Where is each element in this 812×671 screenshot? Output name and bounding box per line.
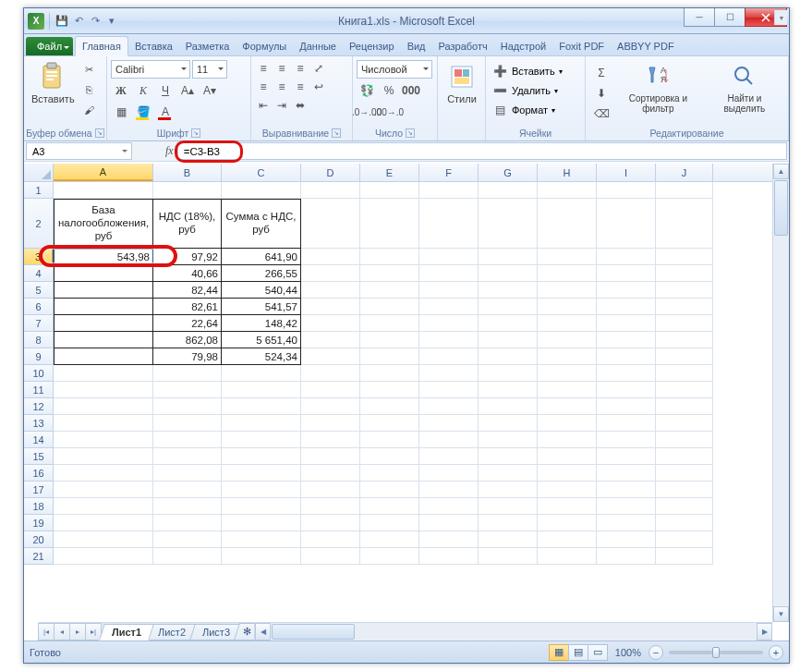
tab-data[interactable]: Данные [293,37,343,55]
view-normal-icon[interactable]: ▦ [549,644,569,661]
cell-A9[interactable] [54,348,153,365]
cell-H6[interactable] [538,299,597,315]
row-header-2[interactable]: 2 [24,199,54,249]
cell-G12[interactable] [479,398,538,415]
cell-C6[interactable]: 541,57 [222,299,301,315]
cell-F10[interactable] [419,365,479,382]
row-header-5[interactable]: 5 [24,282,54,299]
cell-H15[interactable] [538,448,597,465]
vscroll-thumb[interactable] [774,180,788,236]
cell-F17[interactable] [419,482,479,498]
cell-J2[interactable] [656,199,713,249]
cell-G14[interactable] [479,432,538,448]
zoom-in-button[interactable]: + [769,645,783,660]
tab-insert[interactable]: Вставка [128,37,179,55]
cell-D18[interactable] [301,498,360,515]
cell-E21[interactable] [360,548,419,565]
excel-icon[interactable]: X [28,13,44,30]
cell-A15[interactable] [54,448,153,465]
fill-icon[interactable]: ⬇ [591,84,612,103]
cell-A8[interactable] [54,332,153,348]
cell-H20[interactable] [538,531,597,548]
indent-dec-icon[interactable]: ⇤ [255,97,272,114]
cell-B9[interactable]: 79,98 [153,348,222,365]
zoom-slider[interactable] [669,651,763,654]
cell-I14[interactable] [597,432,656,448]
cell-D8[interactable] [301,332,360,348]
cut-icon[interactable]: ✂ [80,60,99,79]
hscroll-thumb[interactable] [272,624,355,640]
row-header-4[interactable]: 4 [24,265,54,282]
dec-decimal-icon[interactable]: .00→.0 [379,103,399,121]
cell-H3[interactable] [538,249,597,265]
cell-J11[interactable] [656,382,713,398]
cell-J4[interactable] [656,265,713,282]
zoom-level[interactable]: 100% [615,647,641,658]
fill-color-icon[interactable]: 🪣 [133,103,153,121]
cell-I8[interactable] [597,332,656,348]
cells-format-button[interactable]: ▤Формат▾ [490,101,555,119]
select-all-triangle[interactable] [24,164,54,182]
cell-C20[interactable] [222,531,301,548]
row-header-10[interactable]: 10 [24,365,54,382]
cell-F1[interactable] [419,182,479,199]
font-launcher[interactable]: ↘ [191,128,200,138]
cell-H14[interactable] [538,432,597,448]
cell-E11[interactable] [360,382,419,398]
row-header-9[interactable]: 9 [24,348,54,365]
cell-E16[interactable] [360,465,419,482]
cell-J10[interactable] [656,365,713,382]
cell-C5[interactable]: 540,44 [222,282,301,299]
cell-C3[interactable]: 641,90 [222,249,301,265]
cell-I3[interactable] [597,249,656,265]
cell-A19[interactable] [54,515,153,531]
cell-G2[interactable] [479,199,538,249]
cell-E8[interactable] [360,332,419,348]
cell-D14[interactable] [301,432,360,448]
cell-I20[interactable] [597,531,656,548]
sheet-tab-1[interactable]: Лист1 [99,624,154,640]
cell-C7[interactable]: 148,42 [222,315,301,332]
cell-E1[interactable] [360,182,419,199]
scroll-left-icon[interactable]: ◀ [255,623,271,640]
underline-button[interactable]: Ч [155,81,176,100]
cell-A14[interactable] [54,432,153,448]
styles-button[interactable]: Стили [442,60,482,106]
cell-G9[interactable] [479,348,538,365]
cell-A21[interactable] [54,548,153,565]
cell-F9[interactable] [419,348,479,365]
col-header-B[interactable]: B [153,164,222,181]
cell-J8[interactable] [656,332,713,348]
cell-E12[interactable] [360,398,419,415]
cell-B15[interactable] [153,448,222,465]
align-right-icon[interactable]: ≡ [292,79,309,95]
format-painter-icon[interactable]: 🖌 [80,101,99,119]
cell-A13[interactable] [54,415,153,432]
cell-I16[interactable] [597,465,656,482]
cell-H17[interactable] [538,482,597,498]
cell-A5[interactable] [54,282,153,299]
row-header-16[interactable]: 16 [24,465,54,482]
font-name-combo[interactable]: Calibri [111,60,190,79]
cell-J19[interactable] [656,515,713,531]
indent-inc-icon[interactable]: ⇥ [273,97,290,114]
cell-A18[interactable] [54,498,153,515]
cell-G3[interactable] [479,249,538,265]
cell-G19[interactable] [479,515,538,531]
cell-A20[interactable] [54,531,153,548]
cell-I11[interactable] [597,382,656,398]
cell-B20[interactable] [153,531,222,548]
cell-C8[interactable]: 5 651,40 [222,332,301,348]
col-header-F[interactable]: F [419,164,479,181]
cell-J14[interactable] [656,432,713,448]
orientation-icon[interactable]: ⤢ [310,60,327,77]
cell-G18[interactable] [479,498,538,515]
cell-H21[interactable] [538,548,597,565]
cell-H13[interactable] [538,415,597,432]
row-header-17[interactable]: 17 [24,482,54,498]
cell-E2[interactable] [360,199,419,249]
font-color-icon[interactable]: A [155,103,176,121]
cell-C19[interactable] [222,515,301,531]
tab-foxit[interactable]: Foxit PDF [552,37,611,55]
cell-J3[interactable] [656,249,713,265]
